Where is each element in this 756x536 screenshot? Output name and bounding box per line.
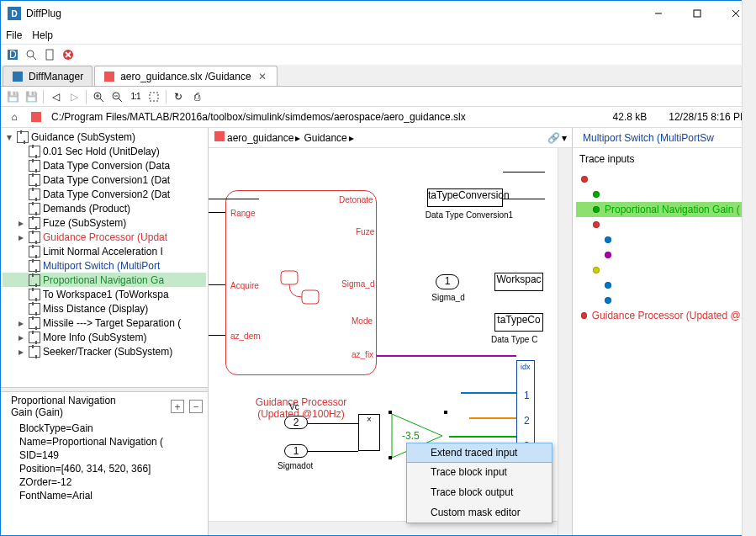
search-icon[interactable] bbox=[24, 48, 38, 61]
trace-list[interactable]: Proportional Navigation Gain (Guidance P… bbox=[573, 170, 755, 325]
tree-item[interactable]: ▸Seeker/Tracker (SubSystem) bbox=[3, 344, 206, 358]
port-azfix: az_fix bbox=[352, 350, 373, 359]
print-icon[interactable]: ⎙ bbox=[190, 90, 204, 103]
svg-rect-8 bbox=[46, 50, 53, 60]
ctx-trace-block-input[interactable]: Trace block input bbox=[407, 462, 552, 482]
file-size: 42.8 kB bbox=[613, 111, 648, 123]
tree-item[interactable]: Data Type Conversion (Data bbox=[3, 158, 206, 172]
trace-item[interactable] bbox=[576, 187, 752, 202]
property-row[interactable]: FontName=Arial bbox=[1, 489, 208, 502]
editor-tabs: DiffManager aero_guidance.slx /Guidance … bbox=[1, 65, 755, 87]
tab-close-icon[interactable]: ✕ bbox=[256, 71, 268, 82]
maximize-button[interactable] bbox=[678, 1, 716, 26]
forward-icon[interactable]: ▷ bbox=[67, 90, 81, 103]
block-label: Data Type C bbox=[491, 335, 537, 344]
trace-item[interactable] bbox=[576, 232, 752, 247]
home-icon[interactable]: ⌂ bbox=[8, 110, 21, 124]
crumb-label: aero_guidance bbox=[227, 132, 293, 144]
tree-root[interactable]: ▾ Guidance (SubSystem) bbox=[3, 130, 206, 144]
zoom-in-icon[interactable] bbox=[92, 90, 105, 103]
saveall-icon[interactable]: 💾 bbox=[24, 90, 38, 103]
trace-item-label: Proportional Navigation Gain ( bbox=[605, 204, 740, 215]
tree-item[interactable]: 0.01 Sec Hold (UnitDelay) bbox=[3, 144, 206, 158]
block-workspace[interactable]: Workspac bbox=[494, 273, 543, 291]
trace-item[interactable]: Proportional Navigation Gain ( bbox=[576, 202, 752, 217]
trace-item[interactable]: Guidance Processor (Updated @10 bbox=[576, 308, 752, 323]
block-icon bbox=[29, 203, 40, 215]
save-icon[interactable]: 💾 bbox=[6, 90, 19, 103]
ctx-custom-mask-editor[interactable]: Custom mask editor bbox=[407, 502, 552, 523]
trace-item[interactable] bbox=[576, 293, 752, 308]
property-row[interactable]: Position=[460, 314, 520, 366] bbox=[1, 462, 208, 475]
selection-handle[interactable] bbox=[389, 456, 392, 459]
zoom-fit-icon[interactable] bbox=[147, 90, 161, 103]
menu-file[interactable]: File bbox=[6, 29, 22, 41]
trace-item[interactable] bbox=[576, 263, 752, 278]
tree-item[interactable]: Limit Normal Acceleration I bbox=[3, 244, 206, 258]
diagram-canvas[interactable]: Guidance Processor(Updated @100Hz) Range… bbox=[209, 148, 572, 535]
trace-item[interactable] bbox=[576, 278, 752, 293]
wire bbox=[308, 423, 358, 424]
collapse-all-button[interactable]: － bbox=[189, 400, 203, 413]
trace-subtitle: Trace inputs bbox=[573, 148, 755, 170]
tree-item[interactable]: Data Type Conversion2 (Dat bbox=[3, 187, 206, 201]
minimize-button[interactable] bbox=[639, 1, 678, 26]
prop-title-1: Proportional Navigation bbox=[11, 395, 166, 406]
model-tree[interactable]: ▾ Guidance (SubSystem) 0.01 Sec Hold (Un… bbox=[1, 128, 208, 387]
zoom-1to1-icon[interactable]: 1:1 bbox=[129, 90, 142, 103]
app-toolbar-icon[interactable]: D bbox=[6, 48, 19, 61]
refresh-icon[interactable]: ↻ bbox=[172, 90, 185, 103]
tree-item-label: Data Type Conversion1 (Dat bbox=[43, 174, 170, 186]
tree-item-label: 0.01 Sec Hold (UnitDelay) bbox=[43, 146, 160, 157]
trace-item[interactable] bbox=[576, 247, 752, 263]
tree-item[interactable]: Proportional Navigation Ga bbox=[3, 273, 206, 287]
tree-item-label: Demands (Product) bbox=[43, 203, 130, 215]
port-fuze: Fuze bbox=[356, 227, 374, 236]
crumb-guidance[interactable]: Guidance▸ bbox=[302, 132, 353, 144]
block-datatype-conv2[interactable]: taTypeCo bbox=[494, 313, 543, 332]
zoom-out-icon[interactable] bbox=[110, 90, 124, 103]
document-icon[interactable] bbox=[43, 48, 56, 61]
tree-item[interactable]: ▸More Info (SubSystem) bbox=[3, 330, 206, 344]
back-icon[interactable]: ◁ bbox=[49, 90, 62, 103]
tree-item[interactable]: ▸Missile ---> Target Separation ( bbox=[3, 316, 206, 330]
tree-item[interactable]: Multiport Switch (MultiPort bbox=[3, 258, 206, 273]
block-vc-port[interactable]: 2 bbox=[284, 416, 308, 429]
tree-item[interactable]: Demands (Product) bbox=[3, 201, 206, 215]
trace-item[interactable] bbox=[576, 217, 752, 232]
trace-item[interactable] bbox=[576, 172, 752, 187]
tree-item[interactable]: ▸Guidance Processor (Updat bbox=[3, 230, 206, 244]
property-row[interactable]: BlockType=Gain bbox=[1, 422, 208, 435]
dropdown-icon[interactable]: ▾ bbox=[562, 132, 567, 144]
wire-traced bbox=[461, 392, 516, 394]
tab-diffmanager[interactable]: DiffManager bbox=[3, 66, 93, 86]
block-icon bbox=[29, 188, 40, 200]
wire-traced bbox=[377, 355, 516, 357]
block-sigmad-port[interactable]: 1 bbox=[436, 274, 459, 289]
selection-handle[interactable] bbox=[444, 411, 447, 414]
menu-help[interactable]: Help bbox=[32, 29, 53, 41]
block-datatype-conv1[interactable]: taTypeConversion bbox=[427, 188, 503, 207]
property-row[interactable]: SID=149 bbox=[1, 448, 208, 462]
tree-item[interactable]: Data Type Conversion1 (Dat bbox=[3, 172, 206, 187]
tree-item[interactable]: Miss Distance (Display) bbox=[3, 301, 206, 316]
app-icon: D bbox=[8, 7, 21, 20]
block-product[interactable]: × bbox=[358, 414, 380, 451]
svg-text:-3.5: -3.5 bbox=[402, 430, 420, 442]
property-row[interactable]: ZOrder=-12 bbox=[1, 475, 208, 489]
crumb-root[interactable]: aero_guidance▸ bbox=[214, 130, 300, 145]
tree-item[interactable]: To Workspace1 (ToWorkspa bbox=[3, 287, 206, 301]
block-icon bbox=[29, 174, 40, 186]
wire bbox=[308, 451, 358, 452]
selection-handle[interactable] bbox=[389, 411, 392, 414]
property-row[interactable]: Name=Proportional Navigation ( bbox=[1, 435, 208, 448]
expand-all-button[interactable]: ＋ bbox=[171, 400, 184, 413]
block-sigmadot-port[interactable]: 1 bbox=[284, 444, 308, 458]
ctx-extend-traced-input[interactable]: Extend traced input bbox=[406, 443, 552, 463]
canvas-scrollbar-v[interactable] bbox=[558, 148, 572, 535]
tab-guidance[interactable]: aero_guidance.slx /Guidance ✕ bbox=[94, 66, 277, 86]
link-icon[interactable]: 🔗 bbox=[547, 132, 560, 144]
cancel-icon[interactable] bbox=[61, 48, 75, 61]
tree-item[interactable]: ▸Fuze (SubSystem) bbox=[3, 215, 206, 230]
ctx-trace-block-output[interactable]: Trace block output bbox=[407, 482, 552, 502]
